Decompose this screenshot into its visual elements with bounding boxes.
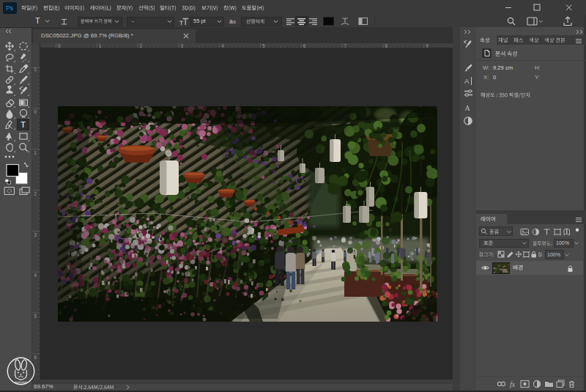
svg-text:fx: fx bbox=[510, 380, 516, 388]
svg-text:bunnyhill: bunnyhill bbox=[15, 380, 28, 384]
